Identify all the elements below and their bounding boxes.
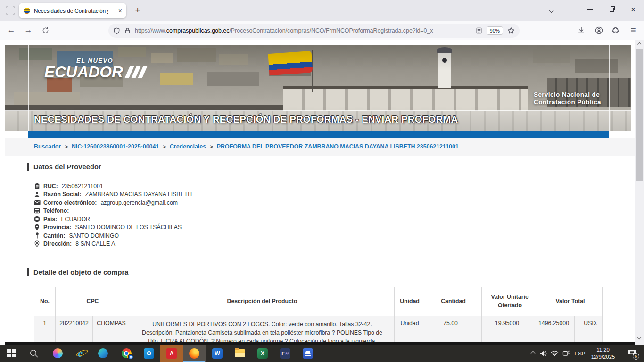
- location-pin-outline-icon: [33, 240, 41, 247]
- window-restore-button[interactable]: [601, 0, 622, 19]
- breadcrumb: Buscador > NIC-1260023860001-2025-00041 …: [5, 138, 635, 156]
- section-marker: [27, 163, 29, 171]
- breadcrumb-link-buscador[interactable]: Buscador: [34, 143, 61, 150]
- envelope-icon: [33, 200, 41, 205]
- table-row: 1 282210042 CHOMPAS UNIFORMES DEPORTIVOS…: [34, 316, 603, 345]
- col-no: No.: [34, 287, 56, 316]
- tab-title: Necesidades de Contratación y: [34, 8, 108, 14]
- breadcrumb-link-credenciales[interactable]: Credenciales: [170, 143, 206, 150]
- start-button[interactable]: [0, 345, 23, 362]
- reader-view-icon[interactable]: [476, 27, 482, 34]
- person-icon: [33, 191, 41, 197]
- id-card-icon: [33, 183, 41, 189]
- purchase-detail-table: No. CPC Descripción del Producto Unidad …: [34, 287, 603, 345]
- field-ruc: RUC:2350621211001: [33, 182, 192, 190]
- table-header-row: No. CPC Descripción del Producto Unidad …: [34, 287, 603, 316]
- col-unidad: Unidad: [395, 287, 425, 316]
- map-marker-icon: [33, 224, 41, 230]
- tray-time: 11:20: [596, 346, 610, 354]
- web-page: EL NUEVO ECUADOR Servicio Nacional de Co…: [0, 40, 644, 345]
- map-pin-icon: [33, 232, 41, 239]
- field-canton: Cantón:SANTO DOMINGO: [33, 231, 192, 240]
- window-close-button[interactable]: ×: [622, 0, 644, 19]
- meet-now-icon[interactable]: [561, 345, 572, 362]
- col-cpc: CPC: [56, 287, 130, 316]
- downloads-icon[interactable]: [574, 23, 589, 38]
- field-provincia: Provincia:SANTO DOMINGO DE LOS TSÁCHILAS: [33, 223, 192, 232]
- file-explorer-icon[interactable]: [229, 345, 251, 362]
- browser-tab[interactable]: Necesidades de Contratación y ×: [19, 3, 126, 18]
- banner-photo: EL NUEVO ECUADOR Servicio Nacional de Co…: [5, 45, 631, 131]
- page-title: NECESIDADES DE CONTRATACIÓN Y RECEPCIÓN …: [34, 114, 458, 125]
- bookmark-star-icon[interactable]: [507, 27, 515, 34]
- url-bar[interactable]: https://www.compraspublicas.gob.ec/Proce…: [108, 24, 520, 38]
- chrome-icon[interactable]: [115, 345, 138, 362]
- outlook-icon[interactable]: O: [138, 345, 160, 362]
- field-razon-social: Razón Social:ZAMBRANO MACIAS DAYANA LISB…: [33, 190, 192, 199]
- lock-icon[interactable]: [124, 27, 131, 34]
- reload-button[interactable]: [38, 23, 53, 38]
- cell-unidad: Unidad: [395, 316, 425, 345]
- wifi-icon[interactable]: [549, 345, 560, 362]
- shield-icon[interactable]: [113, 27, 120, 34]
- field-direccion: Dirección:8 S/N CALLE A: [33, 240, 192, 248]
- edge-icon[interactable]: [91, 345, 114, 362]
- agency-name: Servicio Nacional de Contratación Públic…: [534, 91, 601, 106]
- forward-button[interactable]: →: [21, 23, 36, 38]
- firefox-view-icon[interactable]: [6, 6, 15, 15]
- browser-window: Necesidades de Contratación y × + × ← → …: [0, 0, 644, 362]
- tab-close-icon[interactable]: ×: [118, 8, 122, 14]
- new-tab-button[interactable]: +: [132, 5, 143, 16]
- reload-icon: [42, 27, 49, 34]
- firefox-icon[interactable]: [183, 345, 206, 362]
- window-minimize-button[interactable]: [579, 0, 601, 19]
- globe-icon: [33, 216, 41, 222]
- field-telefono: Teléfono:: [33, 207, 192, 215]
- extensions-icon[interactable]: [608, 23, 623, 38]
- breadcrumb-link-proceso[interactable]: NIC-1260023860001-2025-00041: [72, 143, 159, 150]
- page-scrollbar[interactable]: [635, 40, 644, 345]
- url-text[interactable]: https://www.compraspublicas.gob.ec/Proce…: [135, 27, 476, 34]
- content-left-rule: [28, 156, 28, 342]
- language-indicator[interactable]: ESP: [572, 345, 587, 362]
- volume-icon[interactable]: [537, 345, 549, 362]
- cell-no: 1: [34, 316, 56, 345]
- account-icon[interactable]: [591, 23, 606, 38]
- acrobat-icon[interactable]: A: [160, 345, 183, 362]
- back-button[interactable]: ←: [4, 23, 19, 38]
- scanner-app-icon[interactable]: [297, 345, 319, 362]
- cell-cpc-name: CHOMPAS: [93, 316, 130, 345]
- breadcrumb-current: PROFORMA DEL PROVEEDOR ZAMBRANO MACIAS D…: [217, 143, 459, 150]
- field-correo: Correo electrónico:azgroup.gerencia@gmai…: [33, 198, 192, 207]
- cell-moneda: USD.: [575, 316, 603, 345]
- list-tabs-icon[interactable]: [545, 5, 557, 16]
- tab-strip: Necesidades de Contratación y × + ×: [0, 0, 644, 21]
- notification-center-icon[interactable]: 6: [622, 345, 641, 362]
- section-detalle-compra: Detalle del objeto de compra: [27, 268, 128, 276]
- content-right-rule: [610, 156, 610, 342]
- cell-cpc-code: 282210042: [56, 316, 93, 345]
- menu-icon[interactable]: ≡: [626, 23, 641, 38]
- internet-explorer-icon[interactable]: e: [69, 345, 91, 362]
- excel-icon[interactable]: X: [251, 345, 274, 362]
- notification-count-badge: 6: [633, 353, 639, 360]
- taskbar: e O A W X F≋: [0, 345, 644, 362]
- section-datos-proveedor: Datos del Proveedor: [27, 163, 101, 171]
- clock[interactable]: 11:20 12/9/2025: [587, 345, 619, 362]
- scroll-down-arrow[interactable]: [635, 333, 644, 341]
- chrome-profile-badge: [128, 354, 134, 360]
- cell-valor-total: 1496.25000: [538, 316, 575, 345]
- scroll-up-arrow[interactable]: [635, 40, 644, 48]
- field-pais: País:ECUADOR: [33, 215, 192, 223]
- copilot-icon[interactable]: [46, 345, 69, 362]
- scrollbar-thumb[interactable]: [636, 49, 643, 181]
- tray-chevron-up-icon[interactable]: [527, 345, 538, 362]
- col-valor-total: Valor Total: [538, 287, 603, 316]
- fax-icon: [33, 208, 41, 214]
- search-icon[interactable]: [23, 345, 45, 362]
- zoom-level-badge[interactable]: 90%: [487, 26, 503, 35]
- col-cantidad: Cantidad: [425, 287, 482, 316]
- word-icon[interactable]: W: [206, 345, 229, 362]
- f-app-icon[interactable]: F≋: [274, 345, 297, 362]
- section-marker: [27, 268, 29, 276]
